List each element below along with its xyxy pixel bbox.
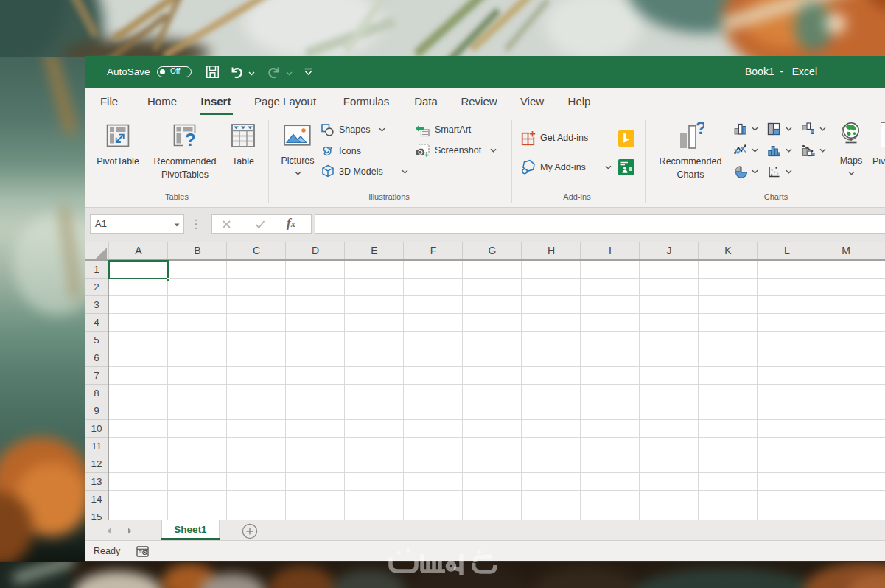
svg-text:?: ? bbox=[696, 122, 704, 138]
svg-text:?: ? bbox=[185, 130, 196, 148]
